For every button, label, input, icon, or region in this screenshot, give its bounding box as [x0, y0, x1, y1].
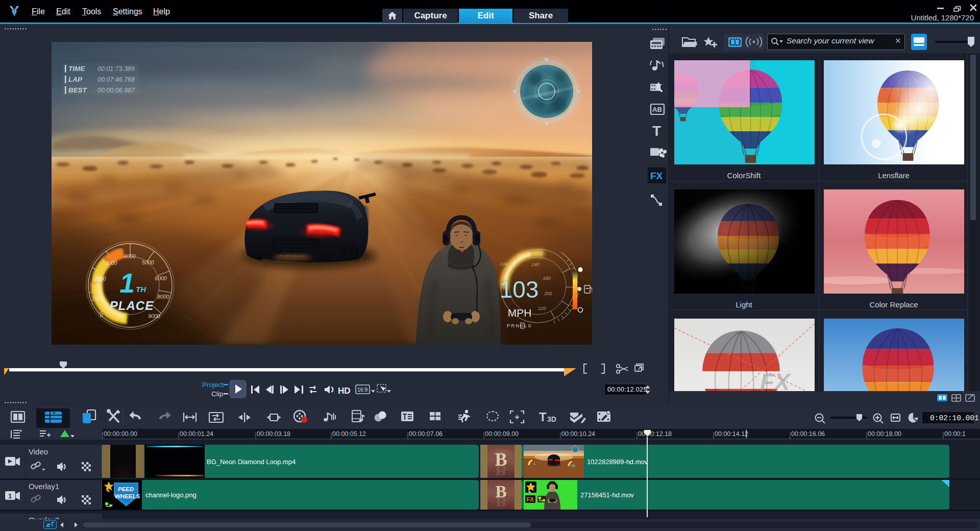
- svg-text:0: 0: [100, 312, 103, 318]
- svg-text:1: 1: [119, 268, 134, 298]
- svg-text:1: 1: [8, 492, 12, 500]
- svg-text:0:02:10.001: 0:02:10.001: [930, 414, 979, 422]
- svg-text:2000: 2000: [93, 276, 106, 282]
- svg-text:00:00:14.12: 00:00:14.12: [715, 430, 748, 438]
- svg-text:LAP: LAP: [68, 76, 83, 83]
- svg-text:75: 75: [571, 464, 575, 468]
- svg-text:AB: AB: [652, 106, 662, 113]
- svg-text:00:00:00.00: 00:00:00.00: [104, 430, 137, 438]
- svg-text:00:00:12.025: 00:00:12.025: [607, 386, 647, 393]
- svg-text:3D: 3D: [547, 415, 556, 423]
- svg-text:Clip: Clip: [211, 390, 223, 398]
- svg-text:00:00:06.987: 00:00:06.987: [97, 87, 135, 94]
- svg-text:TIME: TIME: [68, 65, 85, 73]
- svg-text:PRN0LS: PRN0LS: [507, 323, 532, 328]
- svg-text:00:00:09.00: 00:00:09.00: [485, 430, 519, 438]
- svg-text:TH: TH: [136, 285, 146, 294]
- svg-text:6000: 6000: [155, 275, 167, 281]
- svg-text:00:00:1: 00:00:1: [944, 430, 966, 438]
- svg-text:100: 100: [500, 261, 507, 267]
- svg-text:00:00:05.12: 00:00:05.12: [332, 430, 366, 438]
- svg-text:00:07:46.768: 00:07:46.768: [97, 76, 135, 83]
- svg-text:140: 140: [531, 262, 539, 267]
- svg-text:120: 120: [517, 253, 524, 258]
- svg-text:00:00:16.06: 00:00:16.06: [791, 430, 825, 438]
- svg-text:MPH: MPH: [508, 307, 532, 319]
- svg-text:T: T: [539, 410, 547, 424]
- svg-text:00:00:10.24: 00:00:10.24: [561, 430, 595, 438]
- svg-text:9000: 9000: [148, 313, 160, 319]
- svg-text:BEST: BEST: [68, 86, 88, 94]
- svg-text:WHEELS: WHEELS: [115, 493, 140, 499]
- svg-text:HD: HD: [338, 386, 351, 396]
- svg-text:00:00:18.00: 00:00:18.00: [868, 430, 901, 438]
- svg-text:103: 103: [500, 276, 539, 303]
- svg-text:1: 1: [533, 462, 536, 466]
- svg-text:180: 180: [543, 276, 550, 281]
- svg-text:00:00:12.18: 00:00:12.18: [638, 430, 672, 438]
- svg-text:220: 220: [537, 306, 546, 311]
- svg-text:PEED: PEED: [118, 486, 134, 492]
- svg-text:200: 200: [544, 291, 552, 296]
- svg-text:1000: 1000: [91, 296, 104, 302]
- svg-text:PLACE: PLACE: [110, 299, 154, 312]
- svg-text:T: T: [652, 123, 661, 139]
- svg-text:4000: 4000: [124, 253, 136, 259]
- svg-text:5000: 5000: [142, 259, 154, 266]
- svg-text:Project: Project: [202, 381, 224, 389]
- svg-text:FX: FX: [527, 496, 534, 502]
- svg-text:FX: FX: [760, 369, 791, 391]
- svg-text:00:00:03.18: 00:00:03.18: [257, 430, 290, 438]
- svg-text:00:00:01.24: 00:00:01.24: [180, 430, 213, 438]
- svg-text:FX: FX: [650, 171, 663, 181]
- svg-text:00:01:73.389: 00:01:73.389: [97, 65, 135, 73]
- svg-text:16:9: 16:9: [357, 387, 368, 393]
- svg-text:3000: 3000: [105, 260, 117, 266]
- svg-text:8000: 8000: [157, 294, 169, 300]
- svg-text:00:00:07.06: 00:00:07.06: [409, 430, 443, 438]
